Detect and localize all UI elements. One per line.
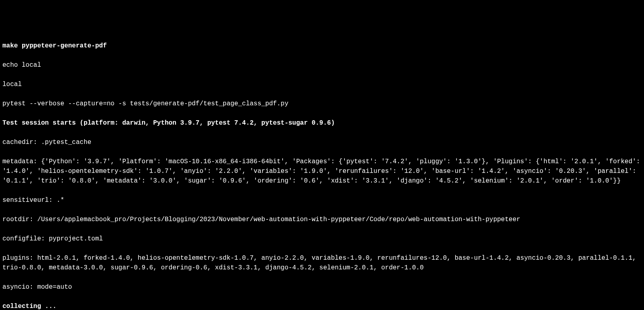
metadata-line: metadata: {'Python': '3.9.7', 'Platform'… xyxy=(2,157,642,186)
rootdir-line: rootdir: /Users/applemacbook_pro/Project… xyxy=(2,215,642,224)
cachedir-line: cachedir: .pytest_cache xyxy=(2,138,642,147)
echo-line: echo local xyxy=(2,60,642,70)
asyncio-mode-line: asyncio: mode=auto xyxy=(2,282,642,292)
configfile-line: configfile: pyproject.toml xyxy=(2,234,642,244)
sensitiveurl-line: sensitiveurl: .* xyxy=(2,195,642,205)
make-command: make pyppeteer-generate-pdf xyxy=(2,41,642,51)
pytest-command: pytest --verbose --capture=no -s tests/g… xyxy=(2,99,642,109)
session-header: Test session starts (platform: darwin, P… xyxy=(2,118,642,128)
plugins-line: plugins: html-2.0.1, forked-1.4.0, helio… xyxy=(2,253,642,273)
collecting-line: collecting ... xyxy=(2,302,642,310)
local-output: local xyxy=(2,80,642,89)
